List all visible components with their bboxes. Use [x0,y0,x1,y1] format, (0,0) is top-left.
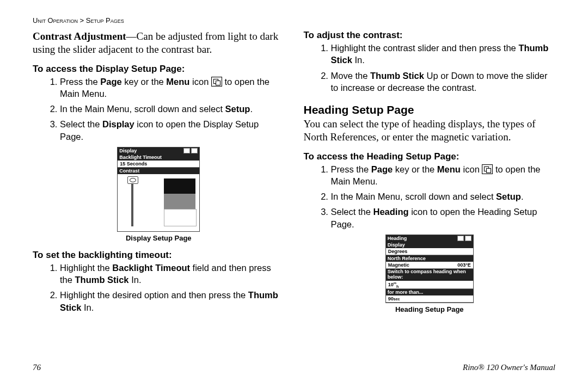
manual-title: Rino® 120 Owner's Manual [463,363,555,372]
window-icons [457,236,471,241]
display-setup-screenshot: Display Backlight Timeout 15 Seconds Con… [117,147,200,232]
row-northref-mode: Magnetic [388,262,409,268]
list-item: In the Main Menu, scroll down and select… [60,103,285,115]
left-column: Contrast Adjustment—Can be adjusted from… [33,30,285,317]
list-item: Highlight the contrast slider and then p… [331,42,556,66]
list-item: Highlight the Backlight Timeout field an… [60,262,285,286]
breadcrumb-sep: > [78,16,86,24]
heading-setup-title: Heading Setup Page [304,103,556,116]
list-item: Select the Heading icon to open the Head… [331,206,556,230]
list-item: Highlight the desired option and then pr… [60,289,285,313]
contrast-intro: Contrast Adjustment—Can be adjusted from… [33,30,285,56]
row-switch-label: Switch to compass heading when below: [386,269,473,281]
breadcrumb: Unit Operation > Setup Pages [33,16,555,24]
close-icon [465,236,471,241]
row-display-label: Display [386,242,473,248]
row-northref-val: 003°E [457,262,471,268]
menu-icon [457,236,464,241]
backlight-steps: Highlight the Backlight Timeout field an… [33,262,285,313]
manual-page: Unit Operation > Setup Pages Contrast Ad… [0,0,588,382]
breadcrumb-sub: Setup Pages [86,16,124,24]
menu-icon [211,77,222,87]
swatch-mid [164,194,195,209]
list-item: In the Main Menu, scroll down and select… [331,190,556,202]
row-formore-label: for more than... [386,289,473,295]
row-switch-value: 10mh [388,281,399,288]
adjust-contrast-steps: Highlight the contrast slider and then p… [304,42,556,94]
list-item: Press the Page key or the Menu icon to o… [331,163,556,188]
content-columns: Contrast Adjustment—Can be adjusted from… [33,30,555,317]
access-heading-steps: Press the Page key or the Menu icon to o… [304,163,556,230]
backlight-label: Backlight Timeout [118,154,199,161]
menu-icon [482,164,493,174]
heading-setup-body: You can select the type of heading displ… [304,118,556,144]
swatch-light [164,209,197,226]
page-number: 76 [33,363,41,372]
list-item: Select the Display icon to open the Disp… [60,118,285,143]
row-northref-label: North Reference [386,255,473,262]
row-formore-value: 90sec [388,296,400,301]
access-display-steps: Press the Page key or the Menu icon to o… [33,76,285,143]
close-icon [191,148,198,153]
contrast-slider-track [131,178,133,226]
list-item: Press the Page key or the Menu icon to o… [60,76,285,100]
backlight-heading: To set the backlighting timeout: [33,250,285,261]
menu-icon [183,148,190,153]
display-figure: Display Backlight Timeout 15 Seconds Con… [33,147,285,242]
heading-setup-screenshot: Heading Display Degrees North Reference … [385,235,474,304]
heading-figure-caption: Heading Setup Page [304,305,556,313]
row-display-value: Degrees [388,249,408,254]
heading-figure: Heading Display Degrees North Reference … [304,235,556,314]
access-display-heading: To access the Display Setup Page: [33,64,285,75]
fig-title: Heading [388,236,407,241]
display-figure-caption: Display Setup Page [33,234,285,242]
page-footer: 76 Rino® 120 Owner's Manual [33,363,555,372]
window-icons [183,148,198,153]
contrast-label: Contrast Adjustment [33,30,126,42]
access-heading-heading: To access the Heading Setup Page: [304,151,556,162]
swatch-dark [164,178,195,194]
backlight-value: 15 Seconds [118,161,199,168]
right-column: To adjust the contrast: Highlight the co… [304,30,556,317]
contrast-slider-knob [127,176,138,184]
contrast-body [118,174,199,231]
fig-title: Display [119,148,137,153]
adjust-contrast-heading: To adjust the contrast: [304,30,556,41]
contrast-label-row: Contrast [118,168,199,174]
list-item: Move the Thumb Stick Up or Down to move … [331,70,556,94]
breadcrumb-section: Unit Operation [33,16,78,24]
